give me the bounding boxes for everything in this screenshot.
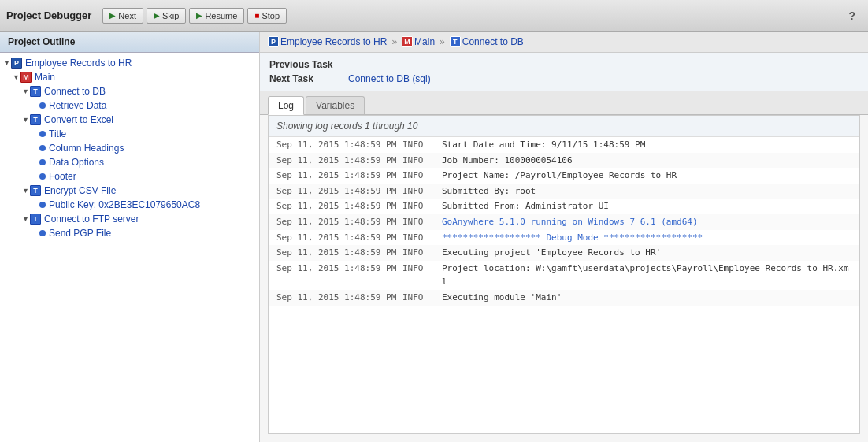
log-level: INFO: [402, 199, 442, 214]
dot-icon: [39, 230, 46, 236]
breadcrumb-icon: T: [450, 36, 461, 47]
tab-log[interactable]: Log: [268, 96, 304, 115]
tree-item-label: Main: [35, 72, 55, 83]
tree-item-label: Footer: [49, 171, 76, 182]
breadcrumb: PEmployee Records to HR»MMain»TConnect t…: [260, 32, 868, 53]
breadcrumb-link[interactable]: Main: [414, 36, 435, 47]
log-message: Executing module 'Main': [442, 291, 851, 305]
dot-icon: [39, 102, 46, 109]
tree-icon: P: [11, 58, 22, 69]
tree-item-label: Title: [49, 128, 66, 139]
log-timestamp: Sep 11, 2015 1:48:59 PM: [276, 199, 402, 214]
breadcrumb-separator: »: [391, 36, 397, 47]
log-entry: Sep 11, 2015 1:48:59 PMINFO*************…: [269, 230, 859, 246]
next-button[interactable]: ▶ Next: [102, 8, 143, 24]
breadcrumb-link[interactable]: Connect to DB: [462, 36, 524, 47]
skip-icon: ▶: [154, 11, 160, 20]
log-entry: Sep 11, 2015 1:48:59 PMINFOSubmitted Fro…: [269, 199, 859, 214]
tree-item-label: Convert to Excel: [44, 114, 113, 125]
log-level: INFO: [402, 262, 442, 276]
log-timestamp: Sep 11, 2015 1:48:59 PM: [276, 169, 402, 183]
tree-arrow: ▼: [22, 116, 30, 124]
log-entry: Sep 11, 2015 1:48:59 PMINFOStart Date an…: [269, 137, 859, 153]
dot-icon: [39, 131, 46, 137]
log-message: Start Date and Time: 9/11/15 1:48:59 PM: [442, 138, 851, 152]
breadcrumb-link[interactable]: Employee Records to HR: [280, 36, 387, 47]
skip-label: Skip: [162, 11, 179, 20]
skip-button[interactable]: ▶ Skip: [147, 8, 186, 24]
stop-icon: ■: [254, 11, 259, 20]
tree-item[interactable]: ▼MMain: [0, 70, 259, 84]
app-title: Project Debugger: [6, 9, 91, 21]
log-entries: Sep 11, 2015 1:48:59 PMINFOStart Date an…: [269, 137, 859, 306]
tree-item[interactable]: ▼PEmployee Records to HR: [0, 56, 259, 70]
tree-item-label: Employee Records to HR: [25, 58, 132, 69]
log-message: Executing project 'Employee Records to H…: [442, 246, 851, 260]
tree-icon: T: [30, 214, 41, 225]
log-message: Submitted By: root: [442, 184, 851, 199]
tree-item[interactable]: Footer: [0, 169, 259, 184]
tree-icon: T: [30, 185, 41, 196]
previous-task-row: Previous Task: [269, 58, 859, 72]
dot-icon: [39, 173, 46, 180]
dot-icon: [39, 159, 46, 165]
next-label: Next: [118, 11, 136, 20]
tab-variables[interactable]: Variables: [306, 96, 365, 114]
tabs-bar: LogVariables: [260, 91, 868, 115]
log-level: INFO: [402, 215, 442, 229]
log-timestamp: Sep 11, 2015 1:48:59 PM: [276, 291, 402, 305]
breadcrumb-item[interactable]: PEmployee Records to HR: [268, 36, 387, 47]
log-timestamp: Sep 11, 2015 1:48:59 PM: [276, 262, 402, 276]
tree-item[interactable]: ▼TConvert to Excel: [0, 113, 259, 127]
next-icon: ▶: [109, 11, 116, 20]
tree-item[interactable]: Column Headings: [0, 141, 259, 155]
breadcrumb-icon: M: [402, 36, 413, 47]
resume-button[interactable]: ▶ Resume: [189, 8, 244, 24]
tree-item[interactable]: Send PGP File: [0, 226, 259, 240]
log-level: INFO: [402, 184, 442, 199]
log-level: INFO: [402, 169, 442, 183]
content-area: PEmployee Records to HR»MMain»TConnect t…: [260, 32, 868, 442]
log-message: ******************* Debug Mode *********…: [442, 231, 851, 245]
resume-icon: ▶: [196, 11, 202, 20]
log-entry: Sep 11, 2015 1:48:59 PMINFOGoAnywhere 5.…: [269, 214, 859, 230]
tree-item[interactable]: Data Options: [0, 155, 259, 169]
tree-item[interactable]: Retrieve Data: [0, 98, 259, 113]
breadcrumb-icon: P: [268, 36, 279, 47]
tree-arrow: ▼: [13, 73, 20, 81]
log-container[interactable]: Showing log records 1 through 10 Sep 11,…: [268, 115, 860, 434]
log-timestamp: Sep 11, 2015 1:48:59 PM: [276, 184, 402, 199]
tree-item-label: Data Options: [49, 157, 104, 168]
log-timestamp: Sep 11, 2015 1:48:59 PM: [276, 231, 402, 245]
log-level: INFO: [402, 291, 442, 305]
tree-item[interactable]: ▼TConnect to DB: [0, 84, 259, 98]
log-message: Project location: W:\gamft\userdata\proj…: [442, 262, 851, 289]
breadcrumb-item[interactable]: TConnect to DB: [450, 36, 524, 47]
next-task-label: Next Task: [269, 73, 348, 84]
tree-item-label: Encrypt CSV File: [44, 185, 116, 196]
tree-arrow: ▼: [22, 87, 30, 95]
log-level: INFO: [402, 138, 442, 152]
tree-item[interactable]: Public Key: 0x2BE3EC1079650AC8: [0, 198, 259, 212]
tree-item-label: Send PGP File: [49, 228, 111, 239]
log-message: Submitted From: Administrator UI: [442, 199, 851, 214]
log-timestamp: Sep 11, 2015 1:48:59 PM: [276, 138, 402, 152]
tree-item[interactable]: ▼TConnect to FTP server: [0, 212, 259, 226]
log-entry: Sep 11, 2015 1:48:59 PMINFOExecuting pro…: [269, 245, 859, 261]
tree-arrow: ▼: [22, 187, 30, 195]
toolbar: Project Debugger ▶ Next ▶ Skip ▶ Resume …: [0, 0, 868, 32]
stop-button[interactable]: ■ Stop: [247, 8, 287, 24]
task-info: Previous Task Next Task Connect to DB (s…: [260, 53, 868, 91]
help-button[interactable]: ?: [842, 8, 862, 24]
tree-icon: T: [30, 114, 41, 125]
resume-label: Resume: [205, 11, 237, 20]
breadcrumb-item[interactable]: MMain: [402, 36, 435, 47]
tree-item[interactable]: Title: [0, 127, 259, 141]
tree-arrow: ▼: [3, 59, 11, 67]
tree-item[interactable]: ▼TEncrypt CSV File: [0, 184, 259, 198]
tree-icon: T: [30, 86, 41, 97]
next-task-value: Connect to DB (sql): [348, 73, 431, 84]
stop-label: Stop: [262, 11, 280, 20]
sidebar: Project Outline ▼PEmployee Records to HR…: [0, 32, 260, 442]
log-message: GoAnywhere 5.1.0 running on Windows 7 6.…: [442, 215, 851, 229]
